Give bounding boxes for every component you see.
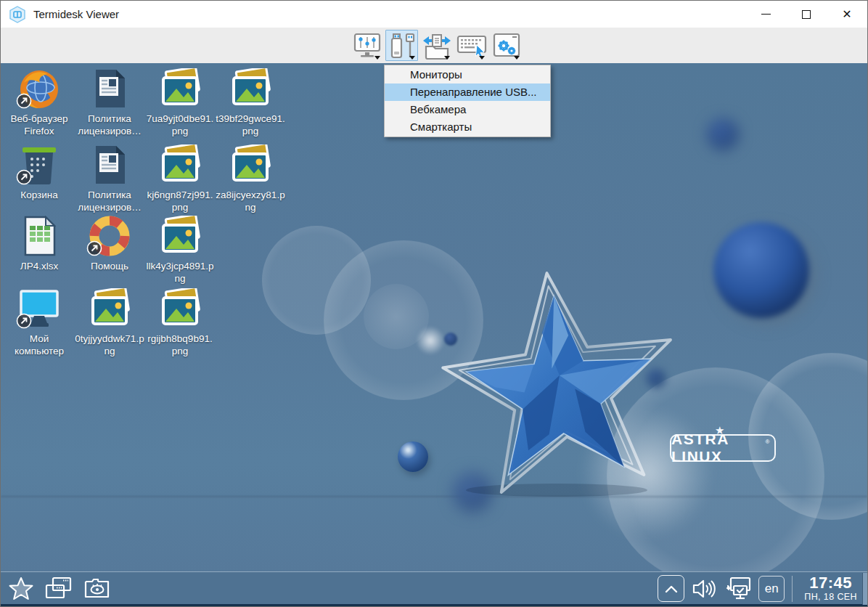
- document-icon: [93, 68, 126, 109]
- desktop-icon-label: llk4y3jcp4891.png: [145, 260, 215, 285]
- desktop-icon-trash[interactable]: Корзина: [4, 144, 74, 201]
- usb-redirection-icon: [388, 32, 416, 60]
- chevron-up-icon: [665, 584, 678, 593]
- clock[interactable]: 17:45 ПН, 18 СЕН: [804, 575, 857, 601]
- desktop-icon-label: Политика лицензиров…: [75, 189, 144, 214]
- desktop-icon-label: Помощь: [75, 260, 144, 272]
- image-icon: [159, 216, 201, 256]
- shortcut-arrow-icon: [16, 169, 32, 185]
- desktop-icon-image[interactable]: 7ua9yjt0dbe91.png: [145, 68, 215, 138]
- toolbar: [1, 28, 867, 63]
- minimize-icon: [761, 14, 771, 15]
- close-icon: ✕: [842, 9, 851, 20]
- document-icon: [93, 144, 126, 185]
- desktop-icon-label: ЛР4.xlsx: [4, 260, 74, 272]
- display-settings-button[interactable]: [351, 30, 383, 61]
- keyboard-input-icon: [456, 32, 487, 60]
- language-indicator[interactable]: en: [758, 576, 785, 602]
- chevron-down-icon: [374, 56, 380, 60]
- image-icon: [159, 144, 201, 185]
- desktop-icon-spreadsheet[interactable]: ЛР4.xlsx: [4, 216, 74, 272]
- desktop-icon-label: Политика лицензиров…: [75, 113, 144, 138]
- desktop-icon-image[interactable]: za8ijcyexzy81.png: [216, 144, 285, 214]
- file-transfer-button[interactable]: [420, 30, 453, 61]
- image-icon: [229, 144, 271, 185]
- shortcut-arrow-icon: [86, 240, 102, 256]
- minimize-button[interactable]: [745, 1, 786, 28]
- window-list-icon[interactable]: [44, 577, 73, 601]
- desktop-icon-my-computer[interactable]: Мой компьютер: [4, 288, 74, 358]
- show-desktop-button[interactable]: [862, 573, 867, 605]
- menu-item-smartcards[interactable]: Смарткарты: [385, 118, 550, 136]
- desktop-icon-document[interactable]: Политика лицензиров…: [75, 68, 144, 138]
- image-icon: [159, 68, 201, 109]
- speaker-icon[interactable]: [692, 578, 716, 600]
- window-settings-button[interactable]: [490, 30, 523, 61]
- blue-sphere-shiny: [398, 441, 428, 472]
- spreadsheet-icon: [22, 216, 56, 256]
- usb-dropdown-menu: Мониторы Перенаправление USB... Вебкамер…: [384, 65, 551, 137]
- image-icon: [89, 288, 131, 329]
- file-transfer-icon: [422, 32, 452, 60]
- desktop-icon-image[interactable]: rgijbh8bq9b91.png: [145, 288, 215, 358]
- shortcut-arrow-icon: [16, 313, 32, 329]
- desktop-icon-label: t39bf29gwce91.png: [216, 113, 285, 138]
- desktop-icon-help[interactable]: Помощь: [75, 216, 144, 272]
- chevron-down-icon: [479, 56, 485, 60]
- file-manager-icon[interactable]: [83, 577, 111, 600]
- astra-linux-logo: ASTRA LINUX ®: [670, 434, 776, 462]
- clock-time: 17:45: [804, 575, 857, 591]
- shortcut-arrow-icon: [16, 93, 32, 109]
- usb-redirection-button[interactable]: [385, 30, 418, 61]
- image-icon: [159, 288, 201, 329]
- desktop-icon-label: Мой компьютер: [4, 333, 74, 358]
- window-settings-icon: [492, 33, 521, 59]
- background-horizon-line: [1, 496, 867, 498]
- taskbar: en 17:45 ПН, 18 СЕН: [1, 571, 867, 606]
- astra-menu-star-icon[interactable]: [8, 576, 34, 602]
- desktop-icon-firefox[interactable]: Веб-браузер Firefox: [4, 68, 74, 138]
- desktop-icon-image[interactable]: kj6ngn87zj991.png: [145, 144, 215, 214]
- desktop-icon-label: rgijbh8bq9b91.png: [145, 333, 215, 358]
- desktop-icon-image[interactable]: llk4y3jcp4891.png: [145, 216, 215, 285]
- close-button[interactable]: ✕: [827, 1, 867, 28]
- chevron-down-icon: [514, 56, 520, 60]
- desktop-icon-label: Веб-браузер Firefox: [4, 113, 74, 138]
- termidesk-viewer-window: Termidesk Viewer ✕: [0, 0, 868, 607]
- keyboard-input-button[interactable]: [455, 30, 488, 61]
- menu-item-webcam[interactable]: Вебкамера: [385, 101, 550, 118]
- blue-sphere-blurred: [707, 118, 739, 150]
- maximize-button[interactable]: [786, 1, 827, 28]
- astra-logo-text: ASTRA LINUX: [671, 431, 774, 465]
- menu-item-usb-redirection[interactable]: Перенаправление USB...: [385, 83, 550, 101]
- menu-item-monitors[interactable]: Мониторы: [385, 66, 550, 83]
- language-code: en: [765, 582, 779, 596]
- desktop-icon-label: 0tyjjyyddwk71.png: [75, 333, 144, 358]
- termidesk-logo-icon: [9, 6, 26, 23]
- desktop-icon-label: kj6ngn87zj991.png: [145, 189, 215, 214]
- clock-date: ПН, 18 СЕН: [804, 592, 857, 602]
- window-title: Termidesk Viewer: [33, 8, 119, 20]
- image-icon: [229, 68, 271, 109]
- registered-mark: ®: [766, 439, 771, 445]
- tray-expand-button[interactable]: [658, 575, 684, 602]
- chevron-down-icon: [409, 56, 415, 60]
- desktop-icon-document[interactable]: Политика лицензиров…: [75, 144, 144, 214]
- desktop-icon-label: za8ijcyexzy81.png: [216, 189, 285, 214]
- desktop-icon-label: 7ua9yjt0dbe91.png: [145, 113, 215, 138]
- astra-star-graphic: [437, 266, 684, 506]
- desktop-icon-image[interactable]: 0tyjjyyddwk71.png: [75, 288, 144, 358]
- tray-divider: [792, 576, 793, 602]
- display-settings-icon: [353, 33, 381, 59]
- titlebar: Termidesk Viewer ✕: [1, 1, 867, 28]
- desktop-icon-label: Корзина: [4, 189, 74, 201]
- chevron-down-icon: [444, 56, 450, 60]
- blue-sphere-large: [713, 222, 809, 318]
- remote-desktop-view[interactable]: ★ ASTRA LINUX ®: [1, 63, 867, 573]
- desktop-icon-image[interactable]: t39bf29gwce91.png: [216, 68, 285, 138]
- remote-displays-icon[interactable]: [724, 577, 751, 601]
- maximize-icon: [802, 10, 811, 19]
